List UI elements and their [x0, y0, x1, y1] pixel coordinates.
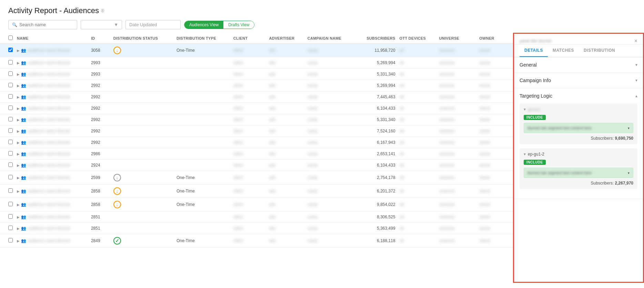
- row-checkbox[interactable]: [8, 226, 13, 230]
- row-campaign: camp: [305, 185, 355, 198]
- expand-arrow[interactable]: ▶: [17, 95, 20, 99]
- table-row[interactable]: ▶👥audience name blurred2849✓One-Timeclie…: [0, 234, 513, 248]
- table-row[interactable]: ▶👥audience name blurred2992clientadvcamp…: [0, 103, 513, 114]
- universe-text: universe: [439, 163, 455, 168]
- expand-arrow[interactable]: ▶: [17, 118, 20, 122]
- search-box[interactable]: 🔍: [8, 20, 77, 29]
- expand-arrow[interactable]: ▶: [17, 141, 20, 145]
- row-checkbox[interactable]: [8, 175, 13, 179]
- row-checkbox[interactable]: [8, 202, 13, 206]
- row-checkbox[interactable]: [8, 94, 13, 99]
- row-name: ▶👥audience name blurred: [15, 126, 89, 137]
- row-checkbox[interactable]: [8, 140, 13, 144]
- table-row[interactable]: ▶👥audience name blurred2851clientadvcamp…: [0, 211, 513, 223]
- expand-arrow[interactable]: ▶: [17, 163, 20, 167]
- row-checkbox[interactable]: [8, 71, 13, 76]
- row-checkbox[interactable]: [8, 106, 13, 110]
- tab-details[interactable]: DETAILS: [520, 44, 548, 57]
- row-checkbox-cell[interactable]: [0, 211, 15, 223]
- row-checkbox-cell[interactable]: [0, 114, 15, 126]
- row-checkbox-cell[interactable]: [0, 91, 15, 103]
- universe-text: universe: [439, 106, 455, 111]
- search-input[interactable]: [19, 22, 73, 27]
- campaign-info-header[interactable]: Campaign Info ▾: [514, 73, 643, 88]
- group1-name: group1: [524, 107, 633, 112]
- row-checkbox[interactable]: [8, 162, 13, 167]
- audiences-view-button[interactable]: Audiences View: [184, 21, 223, 29]
- tab-distribution[interactable]: DISTRIBUTION: [579, 44, 620, 57]
- row-checkbox-cell[interactable]: [0, 137, 15, 148]
- drafts-view-button[interactable]: Drafts View: [223, 21, 254, 29]
- row-client: client: [231, 198, 267, 211]
- row-checkbox[interactable]: [8, 83, 13, 87]
- campaign-text: camp: [308, 129, 318, 133]
- expand-arrow[interactable]: ▶: [17, 61, 20, 65]
- owner-text: owner: [479, 72, 491, 77]
- expand-arrow[interactable]: ▶: [17, 215, 20, 219]
- expand-arrow[interactable]: ▶: [17, 189, 20, 193]
- table-row[interactable]: ▶👥audience name blurred2858↓One-Timeclie…: [0, 198, 513, 211]
- row-checkbox-cell[interactable]: [0, 234, 15, 248]
- row-checkbox[interactable]: [8, 238, 13, 242]
- rule-expand-icon-2[interactable]: ▾: [628, 171, 630, 175]
- row-checkbox-cell[interactable]: [0, 44, 15, 57]
- row-checkbox[interactable]: [8, 151, 13, 156]
- table-row[interactable]: ▶👥audience name blurred2992clientadvcamp…: [0, 126, 513, 137]
- expand-arrow[interactable]: ▶: [17, 107, 20, 110]
- table-row[interactable]: ▶👥audience name blurred2858↓One-Timeclie…: [0, 185, 513, 198]
- expand-arrow[interactable]: ▶: [17, 239, 20, 243]
- expand-arrow[interactable]: ▶: [17, 84, 20, 88]
- table-row[interactable]: ▶👥audience name blurred2992clientadvcamp…: [0, 114, 513, 126]
- row-checkbox[interactable]: [8, 48, 13, 52]
- expand-arrow[interactable]: ▶: [17, 129, 20, 133]
- close-button[interactable]: ×: [634, 38, 637, 44]
- table-row[interactable]: ▶👥audience name blurred2851clientadvcamp…: [0, 223, 513, 234]
- name-text: audience name blurred: [28, 238, 70, 243]
- rule-expand-icon[interactable]: ▾: [628, 126, 630, 130]
- expand-arrow[interactable]: ▶: [17, 176, 20, 180]
- row-checkbox-cell[interactable]: [0, 223, 15, 234]
- select-all-header[interactable]: [0, 33, 15, 44]
- targeting-rule-2[interactable]: blurred rule segment text content here ▾: [524, 168, 633, 178]
- table-row[interactable]: ▶👥audience name blurred2992clientadvcamp…: [0, 91, 513, 103]
- rule-text-2: blurred rule segment text content here: [527, 171, 628, 175]
- ott-text: ott: [400, 60, 404, 65]
- row-checkbox-cell[interactable]: [0, 69, 15, 80]
- date-filter[interactable]: Date Updated: [125, 20, 181, 29]
- row-checkbox[interactable]: [8, 128, 13, 133]
- row-checkbox[interactable]: [8, 117, 13, 121]
- row-checkbox-cell[interactable]: [0, 148, 15, 160]
- row-checkbox-cell[interactable]: [0, 103, 15, 114]
- table-row[interactable]: ▶👥audience name blurred2992clientadvcamp…: [0, 137, 513, 148]
- expand-arrow[interactable]: ▶: [17, 203, 20, 207]
- filter-dropdown[interactable]: ▼: [81, 20, 122, 29]
- expand-arrow[interactable]: ▶: [17, 72, 20, 76]
- general-header[interactable]: General ▾: [514, 57, 643, 72]
- row-checkbox-cell[interactable]: [0, 198, 15, 211]
- table-row[interactable]: ▶👥audience name blurred3058↓One-Timeclie…: [0, 44, 513, 57]
- row-checkbox-cell[interactable]: [0, 185, 15, 198]
- row-checkbox[interactable]: [8, 214, 13, 219]
- targeting-logic-header[interactable]: Targeting Logic ▴: [514, 88, 643, 103]
- row-checkbox[interactable]: [8, 188, 13, 193]
- row-checkbox-cell[interactable]: [0, 126, 15, 137]
- row-checkbox-cell[interactable]: [0, 171, 15, 185]
- tab-matches[interactable]: MATCHES: [548, 44, 579, 57]
- row-checkbox-cell[interactable]: [0, 160, 15, 171]
- expand-arrow[interactable]: ▶: [17, 152, 20, 156]
- row-checkbox-cell[interactable]: [0, 57, 15, 69]
- targeting-rule-1[interactable]: blurred rule segment text content here ▾: [524, 123, 633, 133]
- table-row[interactable]: ▶👥audience name blurred2924clientadvcamp…: [0, 160, 513, 171]
- group-icon: 👥: [21, 60, 26, 65]
- table-row[interactable]: ▶👥audience name blurred2986clientadvcamp…: [0, 148, 513, 160]
- table-row[interactable]: ▶👥audience name blurred2993clientadvcamp…: [0, 69, 513, 80]
- expand-arrow[interactable]: ▶: [17, 227, 20, 230]
- table-row[interactable]: ▶👥audience name blurred2599↓One-Timeclie…: [0, 171, 513, 185]
- row-checkbox[interactable]: [8, 60, 13, 64]
- universe-text: universe: [439, 202, 455, 207]
- row-checkbox-cell[interactable]: [0, 80, 15, 91]
- table-row[interactable]: ▶👥audience name blurred2992clientadvcamp…: [0, 80, 513, 91]
- table-row[interactable]: ▶👥audience name blurred2993clientadvcamp…: [0, 57, 513, 69]
- expand-arrow[interactable]: ▶: [17, 49, 20, 52]
- row-name: ▶👥audience name blurred: [15, 44, 89, 57]
